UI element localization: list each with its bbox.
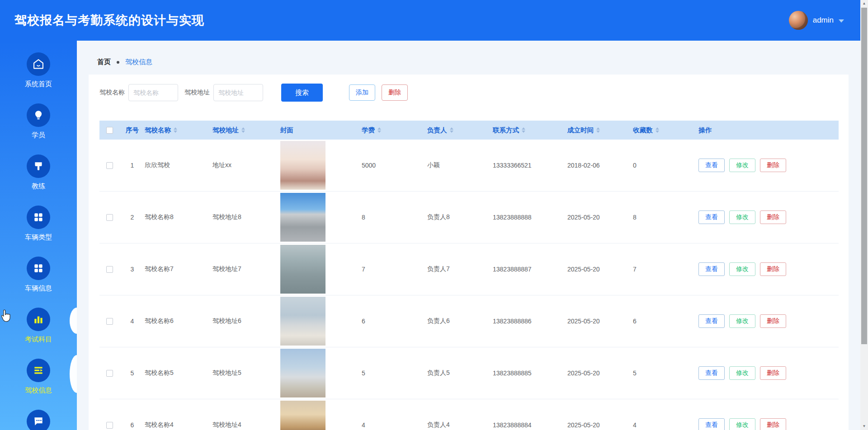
user-avatar[interactable] [789,11,808,30]
add-button[interactable]: 添加 [349,84,375,101]
brush-icon [27,154,50,178]
cell-manager: 负责人8 [427,213,493,221]
cell-fav: 6 [633,318,698,325]
select-all-checkbox[interactable] [106,127,113,134]
cell-date: 2025-05-20 [567,421,633,429]
school-address-input[interactable] [213,84,263,101]
breadcrumb: 首页 驾校信息 [97,58,152,66]
breadcrumb-home[interactable]: 首页 [97,58,111,66]
scroll-down-arrow-icon[interactable]: ▼ [860,423,868,430]
column-header-label: 操作 [698,126,712,135]
edit-button[interactable]: 修改 [729,366,755,380]
view-button[interactable]: 查看 [698,210,725,224]
delete-button[interactable]: 删除 [382,84,408,101]
sort-icon[interactable] [241,126,245,135]
edit-button[interactable]: 修改 [729,159,755,172]
breadcrumb-dot-icon [117,61,119,64]
view-button[interactable]: 查看 [698,314,725,328]
search-toolbar: 驾校名称 驾校地址 搜索 添加 删除 [99,84,838,102]
sort-icon[interactable] [450,126,453,135]
username-label: admin [813,16,834,25]
sidebar-item-school-info[interactable]: 驾校信息 [0,359,77,410]
edit-button[interactable]: 修改 [729,314,755,328]
row-checkbox[interactable] [106,266,113,273]
sort-icon[interactable] [596,126,600,135]
cell-school-address: 驾校地址4 [212,421,280,429]
sidebar-item-coaches[interactable]: 教练 [0,154,77,206]
row-checkbox[interactable] [106,318,113,325]
view-button[interactable]: 查看 [698,366,725,380]
user-menu[interactable]: admin [789,11,844,30]
search-button[interactable]: 搜索 [281,84,323,102]
column-header-label: 收藏数 [633,126,653,135]
row-checkbox[interactable] [106,214,113,221]
table-row: 1欣欣驾校地址xx5000小颖133333665212018-02-060查看修… [99,140,839,192]
cell-school-name: 欣欣驾校 [145,161,212,169]
cell-date: 2025-05-20 [567,318,633,325]
cell-manager: 负责人5 [427,369,493,377]
home-icon [27,52,50,76]
cell-date: 2025-05-20 [567,266,633,273]
cell-school-name: 驾校名称8 [145,213,212,221]
scroll-up-arrow-icon[interactable]: ▲ [860,0,868,7]
grid-icon [27,257,50,280]
cell-date: 2025-05-20 [567,369,633,377]
scrollbar-thumb[interactable] [861,8,867,344]
delete-row-button[interactable]: 删除 [760,366,786,380]
column-header: 负责人 [427,126,493,135]
view-button[interactable]: 查看 [698,418,725,430]
edit-button[interactable]: 修改 [729,418,755,430]
row-checkbox[interactable] [106,422,113,429]
table-row: 3驾校名称7驾校地址77负责人7138238888872025-05-207查看… [99,243,839,295]
sort-icon[interactable] [174,126,177,135]
row-checkbox[interactable] [106,370,113,377]
column-header-label: 成立时间 [567,126,594,135]
mouse-cursor [0,309,12,324]
delete-row-button[interactable]: 删除 [760,159,786,172]
cell-phone: 13823888884 [493,421,567,429]
column-header-label: 驾校名称 [145,126,171,135]
sort-icon[interactable] [522,126,525,135]
sidebar-item-label: 教练 [32,182,45,191]
banquet-hall-photo [280,141,326,190]
cell-manager: 负责人4 [427,421,493,429]
edit-button[interactable]: 修改 [729,262,755,276]
sidebar-item-vehicle-info[interactable]: 车辆信息 [0,257,77,308]
breadcrumb-current[interactable]: 驾校信息 [125,58,152,66]
school-name-input[interactable] [128,84,178,101]
cell-school-address: 驾校地址8 [212,213,280,221]
sort-icon[interactable] [656,126,659,135]
school-name-label: 驾校名称 [99,89,125,97]
bar-chart-icon [27,308,50,331]
select-all-cell [99,127,120,134]
sidebar-item-home[interactable]: 系统首页 [0,52,77,103]
parking-lot-photo [280,245,326,294]
cell-school-address: 驾校地址7 [212,265,280,273]
delete-row-button[interactable]: 删除 [760,262,786,276]
city-cars-photo-2 [280,349,326,397]
sidebar-item-label: 考试科目 [25,335,52,344]
vertical-scrollbar[interactable]: ▲ ▼ [860,0,868,430]
sidebar-item-students[interactable]: 学员 [0,103,77,154]
edit-button[interactable]: 修改 [729,210,755,224]
sidebar-menu: 系统首页学员教练车辆类型车辆信息考试科目驾校信息 [0,41,77,430]
cell-school-address: 驾校地址5 [212,369,280,377]
delete-row-button[interactable]: 删除 [760,314,786,328]
cell-no: 3 [120,266,145,273]
column-header-label: 负责人 [427,126,447,135]
view-button[interactable]: 查看 [698,159,725,172]
view-button[interactable]: 查看 [698,262,725,276]
row-checkbox[interactable] [106,162,113,169]
cell-no: 4 [120,318,145,325]
school-address-label: 驾校地址 [184,89,210,97]
delete-row-button[interactable]: 删除 [760,418,786,430]
sidebar-item-vehicle-type[interactable]: 车辆类型 [0,206,77,257]
cell-fee: 4 [362,421,427,429]
delete-row-button[interactable]: 删除 [760,210,786,224]
sort-icon[interactable] [377,126,381,135]
column-header-label: 学费 [362,126,375,135]
table-row: 6驾校名称4驾校地址44负责人4138238888842025-05-204查看… [99,399,839,430]
table-row: 4驾校名称6驾校地址66负责人6138238888862025-05-206查看… [99,295,839,347]
sidebar-item-messages[interactable] [0,410,77,430]
content-card: 驾校名称 驾校地址 搜索 添加 删除 序号驾校名称驾校地址封面学费负责人联系方式… [89,75,849,430]
